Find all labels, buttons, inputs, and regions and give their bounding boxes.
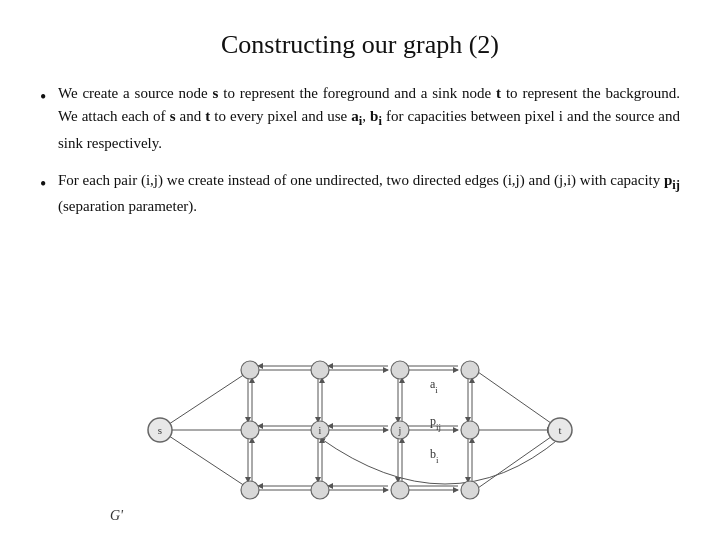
label-j-node: j [398, 425, 402, 436]
node-r1c2 [311, 361, 329, 379]
capacity-bi: bi [370, 108, 382, 124]
label-ai: ai [430, 377, 438, 395]
bullet-item-1: • We create a source node s to represent… [40, 82, 680, 155]
graph-label-gprime: G' [110, 508, 124, 523]
node-r1c1 [241, 361, 259, 379]
node-s-text: s [158, 424, 162, 436]
node-r3c2 [311, 481, 329, 499]
label-bi: bi [430, 447, 439, 465]
node-r1c3 [391, 361, 409, 379]
bullet-text-1: We create a source node s to represent t… [58, 82, 680, 155]
svg-line-2 [160, 430, 248, 488]
node-t-label: t [496, 85, 501, 101]
node-s-label-2: s [170, 108, 176, 124]
svg-line-37 [478, 372, 558, 428]
bullet-dot-1: • [40, 84, 58, 112]
slide: Constructing our graph (2) • We create a… [0, 0, 720, 540]
node-r1c4 [461, 361, 479, 379]
node-r3c3 [391, 481, 409, 499]
bullet-text-2: For each pair (i,j) we create instead of… [58, 169, 680, 219]
node-r3c4 [461, 481, 479, 499]
node-r2c4 [461, 421, 479, 439]
svg-line-0 [160, 372, 248, 430]
graph-diagram: G' [100, 330, 630, 530]
label-pij: pij [430, 414, 441, 432]
bullet-list: • We create a source node s to represent… [40, 82, 680, 219]
node-r2c1 [241, 421, 259, 439]
capacity-pij: pij [664, 172, 680, 188]
graph-svg: G' [100, 330, 630, 530]
node-t-label-2: t [205, 108, 210, 124]
bullet-item-2: • For each pair (i,j) we create instead … [40, 169, 680, 219]
node-r3c1 [241, 481, 259, 499]
capacity-ai: ai [351, 108, 362, 124]
node-s-label: s [213, 85, 219, 101]
label-i-node: i [319, 425, 322, 436]
slide-title: Constructing our graph (2) [40, 30, 680, 60]
svg-line-39 [478, 432, 558, 488]
bullet-dot-2: • [40, 171, 58, 199]
node-t-text: t [558, 424, 561, 436]
